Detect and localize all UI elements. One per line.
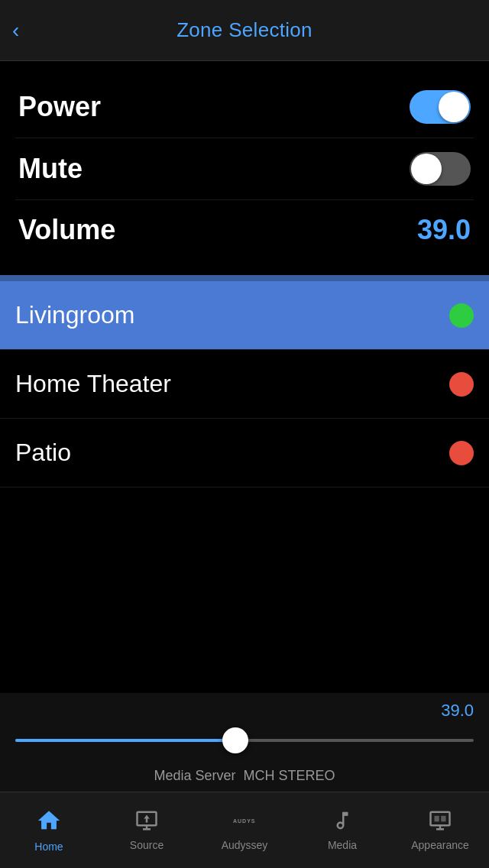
svg-rect-3 bbox=[435, 816, 439, 822]
media-icon bbox=[331, 809, 354, 836]
mute-toggle[interactable] bbox=[410, 152, 471, 186]
volume-label: Volume bbox=[18, 214, 115, 246]
zone-list: Livingroom Home Theater Patio bbox=[0, 281, 489, 487]
slider-fill bbox=[15, 739, 235, 742]
zone-item-home-theater[interactable]: Home Theater bbox=[0, 350, 489, 419]
zone-name-patio: Patio bbox=[15, 439, 71, 467]
source-text: Media Server MCH STEREO bbox=[154, 768, 335, 783]
zone-status-patio bbox=[449, 441, 474, 465]
appearance-icon bbox=[429, 809, 452, 836]
source-icon bbox=[135, 809, 158, 836]
svg-rect-4 bbox=[441, 816, 445, 822]
mute-label: Mute bbox=[18, 153, 83, 185]
header: ‹ Zone Selection bbox=[0, 0, 489, 61]
volume-slider[interactable] bbox=[15, 724, 474, 757]
tab-home-label: Home bbox=[34, 840, 63, 853]
tab-bar: Home Source AUDYSSEY Audyssey Med bbox=[0, 792, 489, 868]
volume-section: 39.0 Media Server MCH STEREO bbox=[0, 693, 489, 792]
volume-row: Volume 39.0 bbox=[15, 200, 474, 260]
volume-display: 39.0 bbox=[15, 701, 474, 721]
tab-source-label: Source bbox=[130, 839, 164, 851]
slider-thumb[interactable] bbox=[222, 727, 248, 753]
tab-audyssey[interactable]: AUDYSSEY Audyssey bbox=[196, 792, 293, 868]
svg-rect-2 bbox=[431, 812, 450, 826]
controls-section: Power Mute Volume 39.0 bbox=[0, 61, 489, 267]
zone-name-home-theater: Home Theater bbox=[15, 370, 171, 398]
power-row: Power bbox=[15, 76, 474, 138]
mute-toggle-knob bbox=[411, 154, 442, 184]
tab-media[interactable]: Media bbox=[293, 792, 391, 868]
tab-appearance[interactable]: Appearance bbox=[391, 792, 489, 868]
zone-status-livingroom bbox=[449, 303, 474, 328]
tab-home[interactable]: Home bbox=[0, 792, 98, 868]
zone-status-home-theater bbox=[449, 372, 474, 397]
tab-audyssey-label: Audyssey bbox=[222, 839, 268, 851]
power-toggle-knob bbox=[439, 92, 469, 122]
tab-source[interactable]: Source bbox=[98, 792, 196, 868]
source-info: Media Server MCH STEREO bbox=[15, 763, 474, 792]
zone-item-livingroom[interactable]: Livingroom bbox=[0, 281, 489, 350]
power-label: Power bbox=[18, 91, 101, 123]
tab-media-label: Media bbox=[328, 839, 357, 851]
power-toggle[interactable] bbox=[410, 90, 471, 124]
mute-row: Mute bbox=[15, 138, 474, 200]
section-divider bbox=[0, 275, 489, 281]
zone-name-livingroom: Livingroom bbox=[15, 301, 135, 329]
svg-text:AUDYSSEY: AUDYSSEY bbox=[233, 818, 256, 824]
zone-item-patio[interactable]: Patio bbox=[0, 419, 489, 487]
audyssey-icon: AUDYSSEY bbox=[233, 809, 256, 836]
page-title: Zone Selection bbox=[176, 18, 313, 42]
volume-value: 39.0 bbox=[417, 214, 471, 246]
back-button[interactable]: ‹ bbox=[12, 18, 19, 43]
tab-appearance-label: Appearance bbox=[411, 839, 469, 851]
home-icon bbox=[36, 808, 62, 837]
